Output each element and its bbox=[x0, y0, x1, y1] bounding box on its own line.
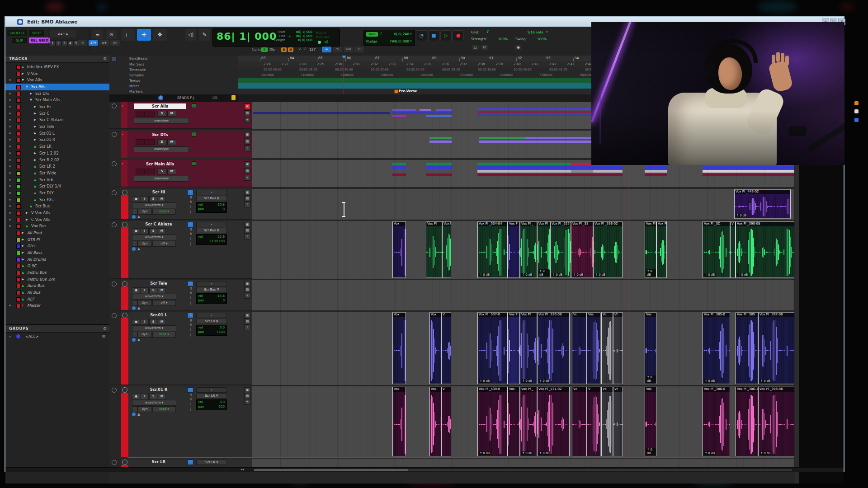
quantize-icon[interactable]: ◻ bbox=[472, 45, 479, 50]
audio-clip[interactable]: Vox Pl bbox=[426, 221, 442, 278]
audio-clip[interactable]: Vt bbox=[613, 387, 623, 456]
solo-button[interactable]: S bbox=[149, 287, 157, 293]
automation-mode-button[interactable]: off ▾ bbox=[152, 300, 176, 306]
show-hide-dot[interactable] bbox=[9, 172, 11, 174]
add-lane-icon[interactable]: + bbox=[244, 324, 250, 330]
clip-gain-badge[interactable]: ↑ 0 dB bbox=[594, 273, 606, 277]
view-selector[interactable]: waveform ▾ bbox=[132, 235, 176, 240]
dyn-mini-button[interactable] bbox=[132, 332, 137, 338]
io-header-label[interactable]: I/O bbox=[212, 96, 217, 100]
track-name[interactable]: Scr C Ablaze bbox=[132, 222, 185, 227]
sidebar-track-vox-alls[interactable]: ▼Vox Alls bbox=[5, 77, 109, 84]
show-hide-dot[interactable] bbox=[9, 139, 11, 141]
edit-mode-rel-grid[interactable]: REL GRID bbox=[29, 38, 50, 43]
add-lane-icon[interactable]: + bbox=[244, 399, 250, 405]
rec-button[interactable]: ● bbox=[132, 287, 140, 293]
sidebar-track-scr-fxs[interactable]: ▲Scr FXs bbox=[5, 197, 109, 203]
sidebar-track-scr-l-2-02[interactable]: ▶Scr L 2.02 bbox=[5, 150, 109, 157]
layered-edit-icon[interactable]: ⊡ bbox=[354, 47, 364, 52]
clip-gain-badge[interactable]: ↑ 0 dB bbox=[704, 451, 716, 455]
io-selector[interactable]: Scr Bus ⚲ bbox=[196, 196, 227, 201]
record-ready-icon[interactable] bbox=[122, 281, 127, 286]
mute-button[interactable]: M bbox=[158, 196, 166, 202]
show-hide-dot[interactable] bbox=[9, 86, 11, 88]
sidebar-track-scr-main-alls[interactable]: ▼Scr Main Alls bbox=[5, 97, 109, 103]
sidebar-track-all-drums[interactable]: ▶All Drums bbox=[5, 256, 109, 263]
automation-icon[interactable]: ▤ bbox=[244, 139, 250, 145]
overview-button[interactable]: overview bbox=[134, 118, 189, 124]
loop-record-icon[interactable]: ⊃ bbox=[333, 47, 342, 52]
playlist-icon[interactable]: ▣ bbox=[244, 103, 250, 109]
automation-icon[interactable]: ▤ bbox=[244, 228, 250, 234]
dyn-mini-button[interactable] bbox=[132, 209, 137, 215]
automation-icon[interactable]: ▤ bbox=[244, 287, 250, 293]
add-lane-icon[interactable]: + bbox=[244, 293, 250, 299]
folder-collapse-icon[interactable]: ▸ bbox=[122, 104, 124, 108]
grabber-tool-icon[interactable]: ❖ bbox=[153, 29, 167, 41]
audio-clip[interactable]: Vox Pl↑ 0 dB bbox=[537, 221, 550, 278]
clip-gain-badge[interactable]: ↑ 0 dB bbox=[521, 379, 533, 383]
playlist-icon[interactable]: ▣ bbox=[244, 161, 250, 167]
send-slot-h[interactable]: h bbox=[190, 323, 192, 327]
mute-button[interactable]: M bbox=[158, 394, 166, 399]
show-hide-dot[interactable] bbox=[9, 192, 11, 194]
send-slot-f[interactable]: f bbox=[190, 387, 191, 391]
horizontal-scrollbar[interactable] bbox=[254, 469, 792, 471]
show-hide-dot[interactable] bbox=[9, 205, 11, 207]
record-button[interactable]: ● bbox=[453, 30, 464, 41]
sidebar-track-ref[interactable]: ▲REF bbox=[5, 296, 109, 303]
expand-arrow-icon[interactable]: ▶ bbox=[26, 211, 28, 215]
rec-button[interactable]: ● bbox=[132, 228, 140, 234]
track-options-icon[interactable] bbox=[112, 222, 117, 227]
view-selector[interactable]: waveform ▾ bbox=[132, 325, 176, 331]
track-options-icon[interactable] bbox=[112, 132, 117, 137]
track-scr-01-l-header[interactable]: Scr.01 L●ISMwaveform ▾dynread ▾▲fghij▾Sc… bbox=[109, 312, 252, 385]
track-scr-01-r-lane[interactable]: VoxVoxVVox Pl _539-0↑ 0 dBVoxVox Pl _↑ 0… bbox=[252, 386, 794, 458]
track-name[interactable]: Scr Hi bbox=[132, 190, 185, 195]
send-slot-g[interactable]: g bbox=[190, 195, 192, 199]
play-button[interactable]: ▷ bbox=[440, 30, 452, 41]
audio-clip[interactable]: Vc bbox=[601, 312, 613, 384]
clip-gain-badge[interactable]: ↑ 0 dB bbox=[479, 273, 491, 277]
widget-icon[interactable] bbox=[854, 109, 859, 113]
ruler-grid-icon[interactable] bbox=[111, 56, 117, 61]
group-dot[interactable] bbox=[9, 336, 11, 338]
show-hide-dot[interactable] bbox=[9, 79, 11, 81]
quantize-alt-icon[interactable]: ⊟ bbox=[481, 45, 488, 50]
audio-clip[interactable]: Vox Pl _536-02↑ 0 dB bbox=[593, 221, 623, 278]
send-slot-g[interactable]: g bbox=[190, 318, 192, 322]
sidebar-track-master[interactable]: ‖Master bbox=[5, 302, 109, 309]
freeze-icon[interactable]: ▲ bbox=[137, 215, 140, 219]
mute-button[interactable]: M bbox=[167, 111, 176, 117]
show-hide-dot[interactable] bbox=[9, 126, 11, 127]
view-selector[interactable]: waveform ▾ bbox=[132, 294, 176, 300]
grid-settings-dropdown-icon[interactable]: ▾ bbox=[546, 30, 548, 34]
track-scr-main-alls-header[interactable]: ▸Scr Main AllsSMoverview▣▤+ bbox=[109, 160, 252, 187]
io-selector[interactable]: Scr Bus ⚲ bbox=[196, 228, 227, 233]
link-track-icon[interactable]: |↔| bbox=[110, 40, 120, 46]
track-options-icon[interactable] bbox=[112, 388, 117, 393]
send-slot-i[interactable]: i bbox=[190, 296, 191, 300]
track-scr-c-ablaze-header[interactable]: Scr C Ablaze●ISMwaveform ▾dynoff ▾▲fghij… bbox=[109, 221, 252, 279]
ruler-label-meter[interactable]: Meter bbox=[129, 84, 139, 88]
sidebar-track-v-vox-alls[interactable]: ▶V Vox Alls bbox=[5, 210, 109, 216]
send-slot-j[interactable]: j bbox=[190, 210, 191, 214]
show-hide-dot[interactable] bbox=[9, 199, 11, 201]
gear-icon[interactable]: ⚙ bbox=[103, 326, 107, 331]
io-selector[interactable]: Scr LR ⚲ bbox=[196, 393, 227, 399]
output-selector-dim[interactable]: ▾ bbox=[196, 387, 227, 393]
playlist-icon[interactable]: ▣ bbox=[244, 132, 250, 138]
audio-clip[interactable]: V bbox=[441, 387, 451, 456]
scroll-left-icon[interactable]: ◂◂ bbox=[241, 467, 244, 471]
dyn-button[interactable]: dyn bbox=[137, 406, 152, 412]
audio-clip[interactable]: Vox Pl _386-0↑ 0 dB bbox=[703, 387, 730, 456]
widget-icon[interactable] bbox=[854, 101, 859, 105]
sends-header-label[interactable]: SENDS F-J bbox=[177, 96, 194, 100]
expand-arrow-icon[interactable]: ▶ bbox=[26, 218, 28, 221]
zoom-preset-1[interactable]: 1 bbox=[50, 40, 56, 46]
clip-gain-badge[interactable]: ↑ 0 dB bbox=[646, 375, 656, 383]
send-slot-g[interactable]: g bbox=[190, 286, 192, 290]
tab-to-transient-icon[interactable]: →| bbox=[78, 40, 87, 46]
freeze-icon[interactable]: ▲ bbox=[137, 412, 140, 416]
grid-settings-value[interactable]: 1/16 note bbox=[516, 30, 543, 34]
